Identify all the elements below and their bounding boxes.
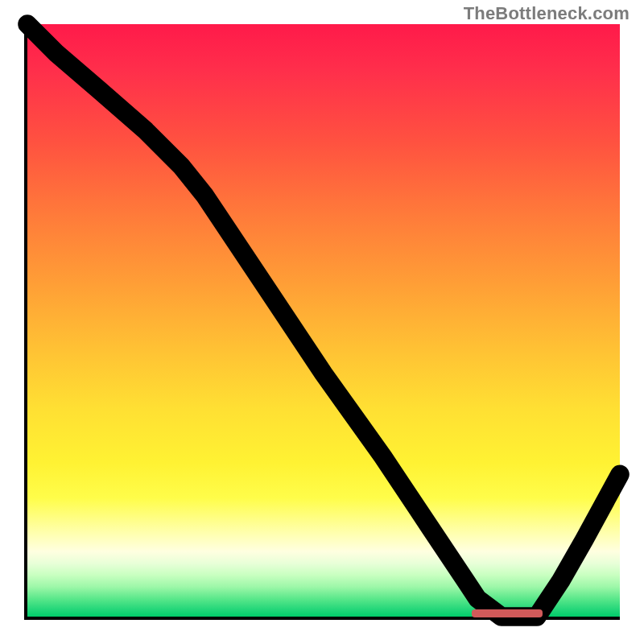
optimal-range-marker: [472, 609, 543, 617]
watermark-text: TheBottleneck.com: [464, 3, 630, 24]
plot-area: [24, 24, 620, 620]
curve-path: [27, 24, 620, 617]
chart-container: TheBottleneck.com: [0, 0, 644, 644]
line-series: [27, 24, 620, 617]
